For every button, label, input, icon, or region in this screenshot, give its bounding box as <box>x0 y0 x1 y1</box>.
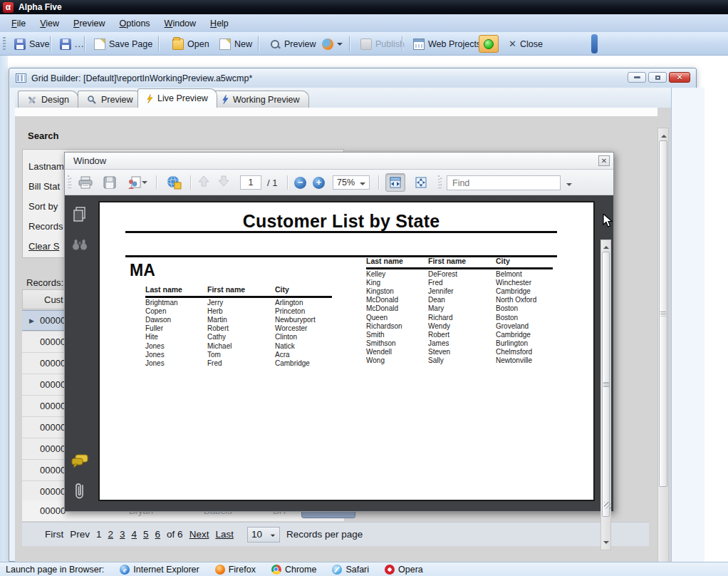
save-icon <box>14 38 26 50</box>
toolbar-grip[interactable] <box>3 37 6 51</box>
maximize-button[interactable] <box>648 72 667 83</box>
fit-width-button[interactable] <box>385 173 405 192</box>
menu-preview[interactable]: Preview <box>66 16 112 31</box>
fit-page-icon <box>415 176 427 189</box>
toolbar-separator <box>287 175 288 190</box>
grid-vertical-scrollbar[interactable] <box>657 128 669 576</box>
grid-builder-title: Grid Builder: [Default]\reportInWorkingP… <box>31 73 252 83</box>
toolbar-separator <box>50 36 51 51</box>
preview-content: Customer List by State MA Last name Firs… <box>65 195 613 511</box>
preview-window-titlebar[interactable]: Window ✕ <box>65 153 613 170</box>
save-button[interactable]: Save <box>10 35 54 53</box>
launch-chrome[interactable]: Chrome <box>271 565 316 575</box>
save-page-button[interactable]: Save Page <box>90 35 157 53</box>
scrollbar-thumb[interactable] <box>602 252 610 517</box>
browser-select-button[interactable] <box>318 35 347 53</box>
menu-options[interactable]: Options <box>113 16 157 31</box>
zoom-level-dropdown[interactable]: 75% <box>333 175 370 190</box>
records-label: Records: <box>26 277 63 288</box>
report-preview-window: Window ✕ <box>64 152 614 512</box>
menu-view[interactable]: View <box>33 16 66 31</box>
tab-design[interactable]: Design <box>18 91 78 108</box>
zoom-out-button[interactable]: − <box>294 173 306 192</box>
pagination-prev[interactable]: Prev <box>70 529 90 540</box>
cell-value: Boston <box>496 314 553 322</box>
search-heading: Search <box>28 130 58 141</box>
cell-value: North Oxford <box>496 296 553 304</box>
pagination-first[interactable]: First <box>45 529 63 540</box>
cell-value: Boston <box>496 304 553 312</box>
report-title: Customer List by State <box>125 211 557 232</box>
launch-internet-explorer[interactable]: e Internet Explorer <box>120 565 199 575</box>
pagination-page-4[interactable]: 4 <box>132 529 137 540</box>
close-button[interactable]: ✕ Close <box>504 35 547 53</box>
tab-working-preview[interactable]: Working Preview <box>213 91 309 108</box>
report-table-header: Last name First name City <box>145 285 332 298</box>
launch-firefox[interactable]: Firefox <box>215 565 256 575</box>
pagination-next[interactable]: Next <box>189 529 209 540</box>
pagination-last[interactable]: Last <box>215 529 234 540</box>
toolbar-grip[interactable] <box>438 175 442 190</box>
report-row: KingFredWinchester <box>366 278 553 287</box>
toolbar-grip[interactable] <box>68 175 71 190</box>
search-field-lastname-label: Lastnam <box>28 161 64 172</box>
find-binoculars-icon[interactable] <box>71 235 89 254</box>
attachment-paperclip-icon[interactable] <box>71 482 89 500</box>
scroll-up-arrow[interactable] <box>603 243 609 249</box>
toolbar-separator <box>349 36 350 51</box>
toolbar-end-cap <box>591 34 598 53</box>
find-input[interactable] <box>447 175 561 190</box>
report-table-right-rows: KelleyDeForestBelmontKingFredWinchesterK… <box>366 269 553 365</box>
menu-help[interactable]: Help <box>203 16 236 31</box>
report-table-left-rows: BrightmanJerryArlingtonCopenHerbPrinceto… <box>145 298 332 368</box>
preview-close-button[interactable]: ✕ <box>598 155 610 166</box>
scrollbar-thumb[interactable] <box>659 140 667 487</box>
dropdown-arrow-icon <box>271 534 275 538</box>
scroll-up-arrow[interactable] <box>661 132 667 138</box>
tab-live-preview[interactable]: Live Preview <box>137 88 217 108</box>
window-resize-grip[interactable] <box>604 502 611 509</box>
launch-safari[interactable]: Safari <box>332 565 369 575</box>
window-close-button[interactable]: ✕ <box>669 72 690 83</box>
publish-button[interactable]: Publish <box>356 35 409 53</box>
tab-preview[interactable]: Preview <box>78 91 142 108</box>
pagination-page-6[interactable]: 6 <box>155 529 161 540</box>
content-top-band <box>15 108 657 116</box>
cell-value: Richardson <box>366 322 428 330</box>
comments-icon[interactable] <box>71 452 89 470</box>
fit-page-button[interactable] <box>411 173 431 192</box>
pagination-page-2[interactable]: 2 <box>108 529 114 540</box>
pagination-page-3[interactable]: 3 <box>120 529 125 540</box>
grid-builder-right-frame <box>671 88 704 576</box>
export-button[interactable] <box>123 173 152 192</box>
next-page-button[interactable] <box>216 173 232 189</box>
launch-opera[interactable]: Opera <box>385 565 423 575</box>
page-number-input[interactable] <box>240 175 261 190</box>
web-projects-button[interactable]: Web Projects <box>409 35 485 53</box>
open-button[interactable]: Open <box>168 35 214 53</box>
status-indicator-button[interactable] <box>479 35 499 53</box>
tab-bar: Design Preview Live Preview <box>15 88 671 108</box>
publish-report-button[interactable] <box>162 173 186 192</box>
report-row: JonesTomAcra <box>145 350 332 359</box>
cell-value: Worcester <box>275 324 332 332</box>
scroll-down-arrow[interactable] <box>603 541 609 547</box>
minimize-button[interactable] <box>628 72 646 83</box>
clear-search-link[interactable]: Clear S <box>28 241 59 252</box>
print-button[interactable] <box>75 173 96 192</box>
zoom-in-button[interactable]: + <box>313 173 325 192</box>
toolbar-separator <box>158 36 159 51</box>
app-titlebar[interactable]: α Alpha Five <box>0 0 728 14</box>
records-per-page-dropdown[interactable]: 10 <box>247 527 280 542</box>
pages-thumbnail-icon[interactable] <box>71 205 89 224</box>
grid-builder-titlebar[interactable]: Grid Builder: [Default]\reportInWorkingP… <box>10 68 696 88</box>
save-report-button[interactable] <box>99 173 120 192</box>
report-page: Customer List by State MA Last name Firs… <box>98 201 595 501</box>
previous-page-button[interactable] <box>196 173 212 189</box>
preview-button[interactable]: Preview <box>265 35 320 53</box>
menu-file[interactable]: File <box>4 16 33 31</box>
new-button[interactable]: New <box>215 35 256 53</box>
menu-window[interactable]: Window <box>157 16 203 31</box>
printer-icon <box>78 176 93 189</box>
pagination-page-5[interactable]: 5 <box>143 529 149 540</box>
